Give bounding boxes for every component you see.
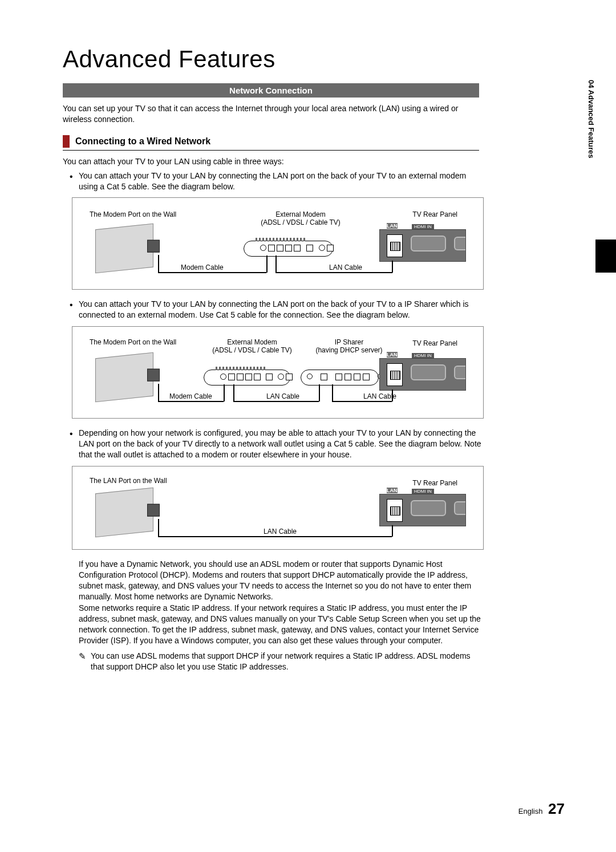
- diagram-1: The Modem Port on the Wall External Mode…: [72, 197, 484, 290]
- footer-lang: English: [518, 807, 543, 816]
- subheading: Connecting to a Wired Network: [75, 136, 210, 147]
- wall-port-icon: [95, 224, 153, 274]
- bullet-3: Depending on how your network is configu…: [79, 428, 485, 460]
- footer-page-number: 27: [548, 800, 565, 817]
- bullet-1: You can attach your TV to your LAN by co…: [79, 171, 485, 192]
- hdmi-label: HDMI IN: [412, 489, 434, 494]
- para-dhcp: If you have a Dynamic Network, you shoul…: [79, 559, 485, 602]
- lan-label: LAN: [387, 352, 398, 358]
- hdmi-label: HDMI IN: [412, 353, 434, 358]
- d2-modem-label: External Modem (ADSL / VDSL / Cable TV): [206, 338, 298, 354]
- d3-tv-label: TV Rear Panel: [412, 479, 457, 487]
- diagram-3: The LAN Port on the Wall TV Rear Panel L…: [72, 466, 484, 550]
- d2-modem-label-2: (ADSL / VDSL / Cable TV): [212, 346, 292, 354]
- side-black-tab: [595, 240, 616, 273]
- bullet-2: You can attach your TV to your LAN by co…: [79, 299, 485, 320]
- d3-wall-label: The LAN Port on the Wall: [90, 477, 167, 485]
- d1-modem-label-1: External Modem: [275, 210, 325, 218]
- diagram-2: The Modem Port on the Wall External Mode…: [72, 326, 484, 419]
- d1-cable2-label: LAN Cable: [329, 263, 362, 271]
- wall-port-icon: [95, 352, 153, 403]
- intro-text: You can set up your TV so that it can ac…: [63, 103, 479, 125]
- d2-sharer-label-2: (having DHCP server): [315, 346, 382, 354]
- d2-cable2-label: LAN Cable: [266, 392, 299, 400]
- d2-tv-label: TV Rear Panel: [412, 339, 457, 347]
- d1-wall-label: The Modem Port on the Wall: [90, 210, 176, 218]
- d2-sharer-label: IP Sharer (having DHCP server): [306, 338, 392, 354]
- note-row: ✎ You can use ADSL modems that support D…: [79, 651, 485, 672]
- note-text: You can use ADSL modems that support DHC…: [91, 651, 485, 672]
- d1-cable1-label: Modem Cable: [181, 263, 224, 271]
- hdmi-label: HDMI IN: [412, 224, 434, 229]
- d2-wall-label: The Modem Port on the Wall: [90, 338, 176, 346]
- section-header: Network Connection: [63, 83, 479, 98]
- page-title: Advanced Features: [63, 46, 565, 73]
- tv-panel-icon: LAN HDMI IN: [379, 358, 466, 391]
- lan-label: LAN: [387, 488, 398, 493]
- d1-modem-label: External Modem (ADSL / VDSL / Cable TV): [255, 210, 346, 226]
- subheading-row: Connecting to a Wired Network: [63, 135, 565, 148]
- note-icon: ✎: [79, 651, 86, 672]
- d2-modem-label-1: External Modem: [227, 338, 277, 346]
- d2-cable3-label: LAN Cable: [363, 392, 396, 400]
- wall-port-icon: [95, 488, 153, 538]
- lan-label: LAN: [387, 223, 398, 229]
- page-footer: English 27: [518, 800, 565, 818]
- lead-text: You can attach your TV to your LAN using…: [63, 156, 479, 167]
- d3-cable1-label: LAN Cable: [264, 528, 297, 535]
- modem-icon: [204, 370, 290, 386]
- modem-icon: [244, 241, 333, 257]
- side-tab: 04 Advanced Features: [587, 80, 595, 159]
- d1-modem-label-2: (ADSL / VDSL / Cable TV): [261, 218, 341, 226]
- tv-panel-icon: LAN HDMI IN: [379, 494, 466, 526]
- tv-panel-icon: LAN HDMI IN: [379, 229, 466, 262]
- sharer-icon: [301, 370, 379, 386]
- divider: [63, 150, 479, 151]
- d2-cable1-label: Modem Cable: [169, 392, 212, 400]
- d2-sharer-label-1: IP Sharer: [335, 338, 363, 346]
- para-static: Some networks require a Static IP addres…: [79, 603, 485, 646]
- d1-tv-label: TV Rear Panel: [412, 210, 457, 218]
- subheading-marker-icon: [63, 135, 70, 148]
